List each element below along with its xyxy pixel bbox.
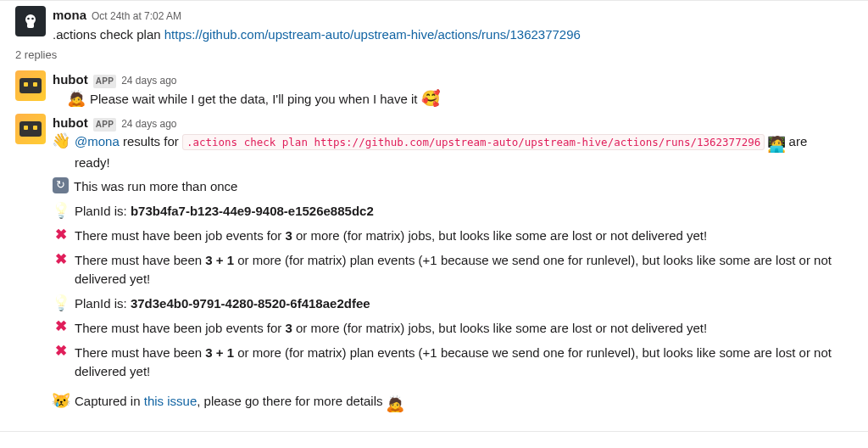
message-header: hubot APP 24 days ago [53,114,844,132]
plan-label: PlanId is: [75,204,131,218]
svg-rect-1 [27,23,34,28]
plan-label: PlanId is: [75,296,131,311]
plan-id: b73b4fa7-b123-44e9-9408-e1526e885dc2 [131,204,374,218]
message-body: hubot APP 24 days ago 👋 @mona results fo… [53,114,853,419]
hubot-icon [19,121,42,137]
octocat-icon [20,11,41,31]
svg-point-2 [27,18,30,20]
captured-pre: Captured in [75,394,144,408]
message-body: mona Oct 24th at 7:02 AM .actions check … [53,6,853,44]
avatar[interactable] [15,114,46,144]
repeat-icon: ↻ [53,177,69,193]
replies-count[interactable]: 2 replies [0,46,868,67]
message-thread: mona Oct 24th at 7:02 AM .actions check … [0,0,868,432]
cross-mark-icon [53,319,70,336]
heart-face-emoji-icon: 🥰 [422,90,439,107]
reply-message[interactable]: hubot APP 24 days ago 👋 @mona results fo… [0,110,868,421]
cross-mark-icon [53,344,70,361]
message-header: mona Oct 24th at 7:02 AM [53,6,853,25]
message-text: 🙇 Please wait while I get the data, I'll… [53,90,844,109]
technologist-emoji-icon: 🧑‍💻 [768,137,785,154]
plan-id: 37d3e4b0-9791-4280-8520-6f418ae2dfee [131,296,370,311]
message-timestamp[interactable]: 24 days ago [121,117,176,132]
command-code: .actions check plan https://github.com/u… [182,134,765,150]
bulb-icon [53,202,70,219]
cat-emoji-icon: 😿 [53,392,70,409]
message-timestamp[interactable]: Oct 24th at 7:02 AM [92,9,181,25]
hubot-icon [19,78,42,93]
svg-point-3 [31,18,34,20]
issue-link[interactable]: this issue [144,394,198,408]
results-for-text: results for [120,134,182,148]
hey-emoji-icon: 👋 [53,132,70,149]
app-badge: APP [93,75,116,89]
please-wait-emoji-icon: 🙇 [68,90,85,107]
bulb-icon [53,294,70,311]
avatar[interactable] [15,6,46,36]
message-text: 👋 @mona results for .actions check plan … [53,132,844,412]
message-body: hubot APP 24 days ago 🙇 Please wait whil… [53,70,853,109]
parent-message[interactable]: mona Oct 24th at 7:02 AM .actions check … [0,1,868,46]
reply-text: Please wait while I get the data, I'll p… [90,90,417,109]
avatar[interactable] [15,70,46,101]
mention-link[interactable]: @mona [75,134,120,148]
multi-run-text: This was run more than once [74,177,844,196]
captured-post: , please go there for more details [197,394,382,408]
bow-emoji-icon: 🙇 [387,396,403,413]
cross-mark-icon [53,251,70,268]
sender-name[interactable]: hubot [53,114,88,132]
command-text: .actions check plan [53,27,164,42]
cross-mark-icon [53,227,70,244]
run-url-link[interactable]: https://github.com/upstream-auto/upstrea… [164,27,581,42]
message-timestamp[interactable]: 24 days ago [121,74,176,89]
message-text: .actions check plan https://github.com/u… [53,25,853,44]
message-header: hubot APP 24 days ago [53,70,844,89]
sender-name[interactable]: hubot [53,70,88,89]
reply-message[interactable]: hubot APP 24 days ago 🙇 Please wait whil… [0,67,868,110]
sender-name[interactable]: mona [53,6,86,25]
app-badge: APP [93,118,116,132]
